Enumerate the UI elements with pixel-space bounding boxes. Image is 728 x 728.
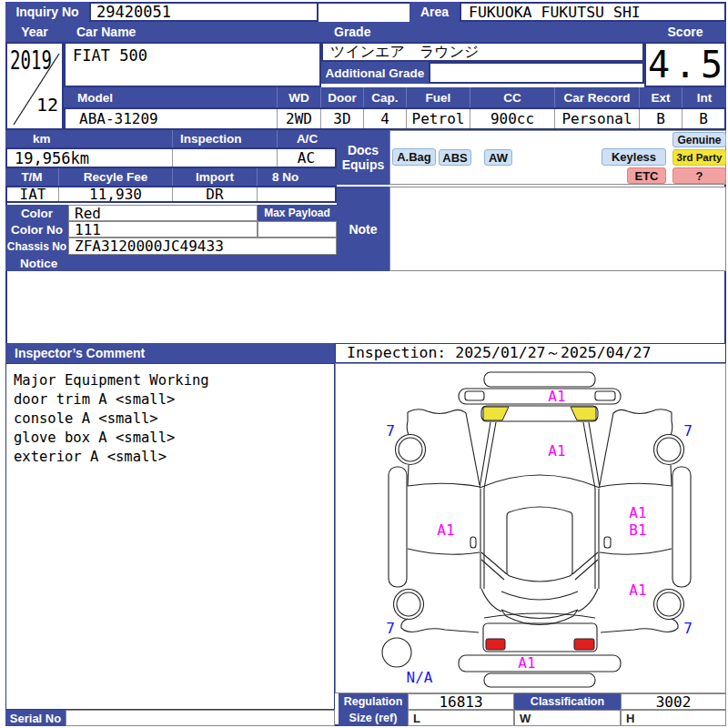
grade-label: Grade [321, 22, 644, 42]
unknown-badge: ? [672, 167, 726, 184]
door-bottom-lines [408, 549, 672, 554]
regulation-label: Regulation [339, 693, 408, 710]
tm-header-row: T/M Recyle Fee Import 8 No [5, 168, 337, 186]
additional-grade-label: Additional Grade [321, 62, 429, 84]
km-values-row: 19,956km AC [5, 147, 337, 168]
right-door-mark-1: A1 [629, 504, 646, 521]
tm-value: IAT [7, 187, 59, 201]
size-ref-label: Size (ref) [339, 710, 408, 726]
rear-bumper-outline [459, 655, 621, 672]
model-header-row: Model WD Door Cap. Fuel CC Car Record Ex… [64, 87, 726, 107]
ac-value: AC [278, 149, 335, 167]
front-grille-outline [484, 372, 595, 387]
comment-line-5: exterior A <small> [14, 448, 209, 467]
cap-label: Cap. [364, 87, 407, 107]
size-h-cell: H [621, 710, 726, 726]
a-pillars [480, 422, 600, 489]
abs-badge: ABS [439, 149, 471, 166]
rear-left-fender [401, 619, 479, 632]
model-value: ABA-31209 [66, 109, 278, 128]
wd-value: 2WD [278, 109, 321, 128]
size-l-cell: L [408, 710, 514, 726]
year-value: 2019 [10, 46, 52, 76]
alloy-wheel-badge: AW [484, 149, 512, 166]
score-label: Score [644, 22, 726, 42]
rear-left-wheel [394, 590, 424, 620]
size-w-cell: W [514, 710, 621, 726]
docs-equips-label: Docs Equips [337, 130, 389, 185]
model-values-row: ABA-31209 2WD 3D 4 Petrol 900cc Personal… [64, 107, 726, 130]
rear-bumper-mark: A1 [518, 654, 535, 672]
rear-shoulder-line [484, 613, 595, 618]
front-right-fender [600, 410, 672, 485]
km-label: km [5, 130, 173, 147]
b-pillars [480, 489, 599, 589]
additional-grade-value [429, 62, 644, 84]
roof-outline [507, 507, 572, 581]
model-label: Model [64, 87, 278, 107]
recycle-fee-label: Recyle Fee [59, 168, 173, 186]
fuel-label: Fuel [407, 87, 470, 107]
rear-right-fender [601, 619, 678, 632]
color-value: Red [68, 205, 258, 221]
front-left-wheel-mark: 7 [386, 422, 395, 440]
recycle-fee-value: 11,930 [59, 187, 173, 201]
rear-right-wheel-mark: 7 [683, 620, 693, 637]
front-right-lamp-outline [595, 391, 615, 400]
note-area [389, 187, 726, 271]
comment-line-4: glove box A <small> [14, 429, 209, 448]
tm-values-row: IAT 11,930 DR [5, 186, 337, 203]
front-left-lamp-outline [465, 391, 484, 400]
comment-line-3: console A <small> [14, 410, 209, 429]
front-bumper-mark: A1 [548, 388, 565, 405]
inspectors-comment-title: Inspector’s Comment [5, 343, 335, 363]
inquiry-no-label: Inquiry No [5, 2, 89, 22]
import-value: DR [173, 187, 258, 201]
windshield-highlight-areas [483, 407, 596, 420]
equips-label: Equips [342, 157, 385, 172]
note-label: Note [337, 187, 389, 271]
comment-line-1: Major Equipment Working [14, 371, 209, 390]
door-top-lines [408, 483, 672, 487]
right-door-mark-2: B1 [629, 521, 646, 539]
car-diagram-panel: A1 A1 A1 A1 B1 A1 A1 7 7 7 7 N/A [335, 363, 726, 693]
notice-label: Notice [5, 255, 337, 271]
inspection-label: Inspection [173, 130, 278, 147]
car-name-label: Car Name [64, 22, 321, 42]
door-label: Door [321, 87, 364, 107]
right-quarter-mark: A1 [629, 581, 646, 599]
year-value-cell: 2019 12 [5, 42, 64, 130]
ext-label: Ext [640, 87, 682, 107]
serial-no-label: Serial No [5, 710, 66, 726]
rear-window-band [501, 610, 578, 625]
score-value: 4.5 [644, 42, 726, 87]
spare-tire-mark: N/A [407, 669, 433, 686]
max-payload-label: Max Payload [258, 205, 337, 221]
eight-no-value [258, 187, 335, 201]
color-no-label: Color No [5, 221, 68, 238]
door-value: 3D [321, 109, 364, 128]
classification-label: Classification [514, 693, 621, 710]
left-side-rail [389, 467, 407, 587]
spare-tire-outline [382, 638, 411, 667]
auction-sheet: Inquiry No 29420051 Area FUKUOKA FUKUTSU… [0, 0, 728, 728]
rear-plate-outline [484, 673, 595, 687]
chassis-no-value: ZFA3120000JC49433 [68, 238, 337, 255]
chassis-no-label: Chassis No [5, 238, 68, 255]
keyless-badge: Keyless [602, 148, 666, 166]
car-diagram: A1 A1 A1 A1 B1 A1 A1 7 7 7 7 N/A [336, 364, 725, 693]
car-name-value: FIAT 500 [64, 42, 321, 87]
ext-value: B [640, 109, 682, 128]
front-bumper-outline [459, 389, 621, 404]
front-right-wheel [654, 435, 684, 465]
third-party-badge: 3rd Party [672, 149, 726, 166]
windshield-arc [480, 475, 600, 488]
front-left-fender [408, 410, 480, 485]
genuine-badge: Genuine [672, 132, 726, 147]
inspection-period: Inspection: 2025/01/27～2025/04/27 [335, 343, 726, 363]
rear-window-top-arc [501, 592, 578, 600]
car-record-value: Personal [555, 109, 640, 128]
quarter-pillars [481, 552, 598, 580]
classification-value: 3002 [621, 693, 726, 710]
hood-mark: A1 [548, 442, 565, 460]
